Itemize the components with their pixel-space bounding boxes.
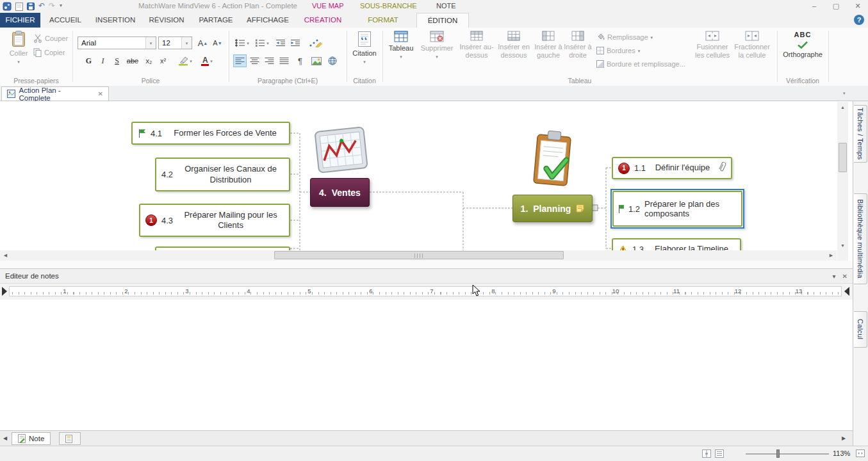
decrease-indent-button[interactable] [274,36,287,49]
sidebar-tab-calc[interactable]: Calcul [854,311,867,348]
branch-4-2[interactable]: 4.2 Organiser les Canaux de Distribution [155,158,290,191]
dropdown-icon[interactable]: ▾ [145,37,156,49]
scroll-up-icon[interactable]: ▲ [837,102,848,112]
scroll-left-icon[interactable]: ◀ [0,250,11,261]
sidebar-tab-tasks[interactable]: Tâches / Temps [854,105,867,163]
tab-creation[interactable]: CRÉATION [297,13,348,27]
paste-button[interactable]: Coller ▾ [4,31,33,64]
notes-editor-content[interactable] [0,300,853,430]
tab-edition[interactable]: ÉDITION [416,13,469,28]
zoom-slider-thumb[interactable] [776,449,780,458]
ventes-chart-image[interactable] [312,123,371,182]
split-cell-button[interactable]: Fractionner la cellule [733,31,771,59]
view-mode-outline-icon[interactable] [715,449,724,458]
document-tab-close-icon[interactable]: ✕ [98,90,103,97]
new-document-icon[interactable] [15,3,23,11]
vertical-scroll-thumb[interactable] [839,143,847,172]
branch-1-1[interactable]: 1 1.1 Définir l'équipe [612,157,732,179]
branch-1-planning[interactable]: 1. Planning [512,195,593,222]
notes-collapse-icon[interactable]: ▾ [826,273,842,280]
horizontal-scroll-thumb[interactable] [274,251,564,259]
pen-mode-button[interactable] [306,36,326,49]
zoom-slider-track[interactable] [746,453,829,455]
font-color-button[interactable]: A ▾ [197,54,217,67]
insert-row-above-button[interactable]: Insérer au-dessus [459,31,494,59]
font-family-select[interactable]: Arial ▾ [78,36,156,49]
borders-button[interactable]: Bordures ▾ [596,47,640,54]
tabs-scroll-right-icon[interactable]: ▶ [842,435,846,441]
document-tab[interactable]: Action Plan - Complete ✕ [1,86,109,101]
notes-close-icon[interactable]: ✕ [842,273,848,280]
canvas-horizontal-scrollbar[interactable]: ◀ ▶ [0,250,837,261]
branch-1-2-selected[interactable]: 1.2 Préparer le plan des composants [610,189,744,229]
dropdown-icon[interactable]: ▾ [181,37,192,49]
numbered-list-button[interactable]: ▾ [253,36,271,49]
left-margin-marker[interactable] [2,287,7,296]
sidebar-tab-multimedia-library[interactable]: Bibliothèque multimédia [854,193,867,284]
minimize-button[interactable]: – [805,0,824,12]
branch-4-ventes[interactable]: 4. Ventes [310,178,370,207]
border-and-fill-button[interactable]: Bordure et remplissage... [596,60,685,68]
shrink-font-button[interactable]: A▼ [211,36,224,49]
spelling-button[interactable]: ABC Orthographe [783,31,822,58]
view-mode-map-icon[interactable] [702,449,711,458]
panel-splitter[interactable] [0,261,853,268]
underline-button[interactable]: S [110,54,124,67]
mindmap-canvas[interactable]: 4.1 Former les Forces de Vente 4.2 Organ… [0,101,853,261]
merge-cells-button[interactable]: Fusionner les cellules [694,31,731,59]
grow-font-button[interactable]: A▲ [196,36,209,49]
align-right-button[interactable] [263,54,276,67]
cut-button[interactable]: Couper [33,34,68,43]
note-tab[interactable]: Note [12,432,51,445]
ruler[interactable]: 1 2 3 4 5 6 7 8 9 10 11 12 13 [9,286,842,296]
justify-button[interactable] [277,54,291,67]
scroll-down-icon[interactable]: ▼ [837,240,848,250]
close-button[interactable]: ✕ [848,0,867,12]
font-size-select[interactable]: 12 ▾ [158,36,192,49]
hyperlink-globe-button[interactable] [325,54,339,67]
delete-table-button[interactable]: Supprimer ▾ [420,31,454,59]
tab-insertion[interactable]: INSERTION [90,13,141,27]
align-center-button[interactable] [248,54,261,67]
redo-icon[interactable]: ↷ [49,1,55,10]
align-left-button[interactable] [233,54,247,67]
superscript-button[interactable]: x² [156,54,170,67]
subscript-button[interactable]: x₂ [142,54,156,67]
tab-fichier[interactable]: FICHIER [0,13,40,28]
save-icon[interactable] [27,3,35,10]
tab-format[interactable]: FORMAT [357,13,409,27]
strikethrough-button[interactable]: abe [124,54,141,67]
highlight-color-button[interactable]: ▾ [175,54,195,67]
quick-access-dropdown-icon[interactable]: ▾ [60,3,62,8]
insert-image-button[interactable] [309,54,323,67]
fill-button[interactable]: Remplissage ▾ [596,33,653,41]
branch-4-1[interactable]: 4.1 Former les Forces de Vente [131,122,290,145]
planning-clipboard-image[interactable] [529,128,575,193]
fit-to-window-icon[interactable] [856,449,865,457]
tabs-scroll-left-icon[interactable]: ◀ [3,435,7,441]
insert-row-below-button[interactable]: Insérer en dessous [496,31,531,59]
bullet-list-button[interactable]: ▾ [233,36,251,49]
tab-accueil[interactable]: ACCUEIL [42,13,88,27]
citation-button[interactable]: Citation ▾ [350,31,379,64]
tab-partage[interactable]: PARTAGE [192,13,240,27]
scroll-right-icon[interactable]: ▶ [826,250,837,261]
increase-indent-button[interactable] [288,36,302,49]
canvas-vertical-scrollbar[interactable]: ▲ ▼ [837,102,848,250]
help-icon[interactable]: ? [854,15,864,25]
maximize-button[interactable]: ▢ [826,0,846,12]
new-note-tab[interactable] [59,432,81,445]
insert-column-left-button[interactable]: Insérer à gauche [534,31,563,59]
undo-icon[interactable]: ↶ [38,1,45,10]
italic-button[interactable]: I [96,54,110,67]
note-attachment-icon[interactable] [576,204,584,213]
branch-4-3[interactable]: 1 4.3 Préparer Mailing pour les Clients [139,204,290,237]
insert-table-button[interactable]: Tableau ▾ [386,31,416,59]
right-margin-marker[interactable] [844,287,849,296]
tab-list-dropdown-icon[interactable]: ▾ [843,91,846,95]
bold-button[interactable]: G [82,54,95,67]
copy-button[interactable]: Copier [33,48,65,57]
insert-column-right-button[interactable]: Insérer à droite [563,31,593,59]
tab-affichage[interactable]: AFFICHAGE [241,13,295,27]
tab-revision[interactable]: RÉVISION [142,13,191,27]
